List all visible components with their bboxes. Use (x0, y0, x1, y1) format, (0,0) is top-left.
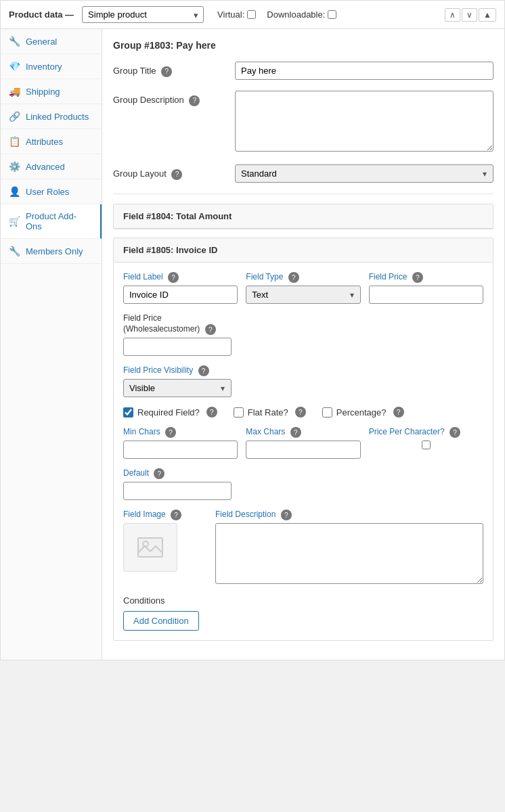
field-price-visibility-sublabel: Field Price Visibility ? (123, 365, 483, 376)
arrow-up-button[interactable]: ∧ (445, 8, 460, 22)
default-help-icon[interactable]: ? (154, 468, 164, 479)
sidebar-label-attributes: Attributes (26, 137, 63, 147)
field-label-col: Field Label ? (123, 272, 238, 304)
field-description-help-icon[interactable]: ? (281, 510, 292, 520)
field-price-col: Field Price ? (369, 272, 483, 304)
user-roles-icon: 👤 (9, 186, 20, 197)
default-input[interactable] (123, 482, 232, 500)
group-description-textarea[interactable] (235, 91, 493, 152)
default-section: Default ? (123, 468, 483, 500)
virtual-downloadable-group: Virtual: Downloadable: (217, 9, 336, 20)
members-only-icon: 🔧 (9, 246, 20, 256)
field-type-help-icon[interactable]: ? (288, 272, 299, 283)
image-desc-row: Field Image ? Fie (123, 510, 483, 586)
group-layout-wrapper: Standard Grid List ▾ (235, 164, 493, 183)
main-layout: 🔧 General 💎 Inventory 🚚 Shipping 🔗 Linke… (0, 29, 505, 660)
field-label-help-icon[interactable]: ? (168, 272, 179, 283)
field-image-placeholder[interactable] (123, 523, 177, 572)
flat-rate-checkbox-label[interactable]: Flat Rate? ? (234, 407, 306, 418)
group-layout-select[interactable]: Standard Grid List (235, 164, 493, 183)
downloadable-checkbox[interactable] (328, 10, 336, 19)
field-1804-header: Field #1804: Total Amount (114, 204, 493, 229)
max-chars-input[interactable] (246, 441, 360, 459)
sidebar-item-members-only[interactable]: 🔧 Members Only (1, 239, 102, 264)
field-type-sublabel: Field Type ? (246, 272, 360, 283)
group-description-help-icon[interactable]: ? (189, 95, 200, 106)
sidebar-item-user-roles[interactable]: 👤 User Roles (1, 179, 102, 204)
field-label-input[interactable] (123, 286, 238, 304)
sidebar-label-inventory: Inventory (26, 62, 62, 72)
sidebar-label-advanced: Advanced (26, 162, 65, 172)
sidebar-item-advanced[interactable]: ⚙️ Advanced (1, 154, 102, 179)
add-condition-button[interactable]: Add Condition (123, 611, 199, 631)
downloadable-checkbox-label[interactable]: Downloadable: (267, 9, 336, 20)
price-per-char-checkbox[interactable] (369, 441, 483, 449)
group-layout-control: Standard Grid List ▾ (235, 164, 493, 183)
sidebar-label-members-only: Members Only (26, 246, 83, 256)
field-label-type-price-row: Field Label ? Field Type ? Text (123, 272, 483, 304)
field-price-wholesale-input[interactable] (123, 338, 232, 356)
divider-1 (113, 194, 493, 194)
percentage-checkbox[interactable] (322, 407, 332, 418)
field-price-help-icon[interactable]: ? (412, 272, 423, 283)
min-chars-input[interactable] (123, 441, 238, 459)
linked-products-icon: 🔗 (9, 111, 20, 122)
group-layout-help-icon[interactable]: ? (171, 169, 182, 180)
header-arrows: ∧ ∨ ▲ (445, 8, 496, 22)
price-per-char-help-icon[interactable]: ? (449, 427, 460, 438)
field-description-textarea[interactable] (215, 523, 483, 584)
sidebar-label-product-addons: Product Add-Ons (26, 211, 92, 231)
group-description-row: Group Description ? (113, 91, 493, 154)
flat-rate-help-icon[interactable]: ? (295, 407, 306, 418)
sidebar-label-general: General (26, 37, 57, 47)
group-title-row: Group Title ? (113, 62, 493, 80)
arrow-collapse-button[interactable]: ▲ (479, 8, 496, 22)
virtual-checkbox-label[interactable]: Virtual: (217, 9, 256, 20)
field-price-visibility-help-icon[interactable]: ? (198, 365, 209, 376)
field-1804-section: Field #1804: Total Amount (113, 204, 493, 229)
group-description-control (235, 91, 493, 154)
required-field-checkbox[interactable] (123, 407, 133, 418)
min-chars-help-icon[interactable]: ? (165, 427, 176, 438)
group-layout-row: Group Layout ? Standard Grid List ▾ (113, 164, 493, 183)
max-chars-sublabel: Max Chars ? (246, 427, 360, 438)
product-type-wrapper: Simple product ▾ (82, 6, 204, 23)
group-title-input[interactable] (235, 62, 493, 80)
field-type-select[interactable]: Text Textarea Select Checkbox Radio File… (246, 286, 360, 304)
field-image-help-icon[interactable]: ? (171, 510, 181, 520)
shipping-icon: 🚚 (9, 86, 20, 97)
default-label: Default ? (123, 468, 483, 479)
price-per-char-col: Price Per Character? ? (369, 427, 483, 449)
field-price-visibility-wrapper: Visible Hidden ▾ (123, 379, 232, 397)
sidebar-item-attributes[interactable]: 📋 Attributes (1, 129, 102, 154)
sidebar-item-general[interactable]: 🔧 General (1, 29, 102, 54)
field-price-visibility-select[interactable]: Visible Hidden (123, 379, 232, 397)
flat-rate-checkbox[interactable] (234, 407, 244, 418)
field-price-wholesale-help-icon[interactable]: ? (205, 324, 216, 335)
group-description-label: Group Description ? (113, 91, 235, 106)
field-price-wholesale-sublabel: (Wholesalecustomer) ? (123, 324, 483, 335)
min-chars-col: Min Chars ? (123, 427, 238, 459)
percentage-help-icon[interactable]: ? (393, 407, 404, 418)
percentage-checkbox-label[interactable]: Percentage? ? (322, 407, 404, 418)
field-price-visibility-section: Field Price Visibility ? Visible Hidden … (123, 365, 483, 397)
min-chars-sublabel: Min Chars ? (123, 427, 238, 438)
arrow-down-button[interactable]: ∨ (462, 8, 477, 22)
field-price-input[interactable] (369, 286, 483, 304)
inventory-icon: 💎 (9, 61, 20, 72)
field-description-col: Field Description ? (215, 510, 483, 586)
field-price-wholesale-section: Field Price (Wholesalecustomer) ? (123, 313, 483, 356)
sidebar-item-inventory[interactable]: 💎 Inventory (1, 54, 102, 79)
max-chars-col: Max Chars ? (246, 427, 360, 459)
downloadable-label: Downloadable: (267, 9, 325, 20)
required-field-checkbox-label[interactable]: Required Field? ? (123, 407, 217, 418)
group-title-help-icon[interactable]: ? (161, 66, 172, 77)
max-chars-help-icon[interactable]: ? (290, 427, 301, 438)
virtual-checkbox[interactable] (247, 10, 256, 19)
sidebar-item-linked-products[interactable]: 🔗 Linked Products (1, 104, 102, 129)
field-1805-header: Field #1805: Invoice ID (114, 238, 493, 263)
product-type-select[interactable]: Simple product (82, 6, 204, 23)
required-field-help-icon[interactable]: ? (206, 407, 217, 418)
sidebar-item-shipping[interactable]: 🚚 Shipping (1, 79, 102, 104)
sidebar-item-product-addons[interactable]: 🛒 Product Add-Ons (1, 204, 102, 239)
